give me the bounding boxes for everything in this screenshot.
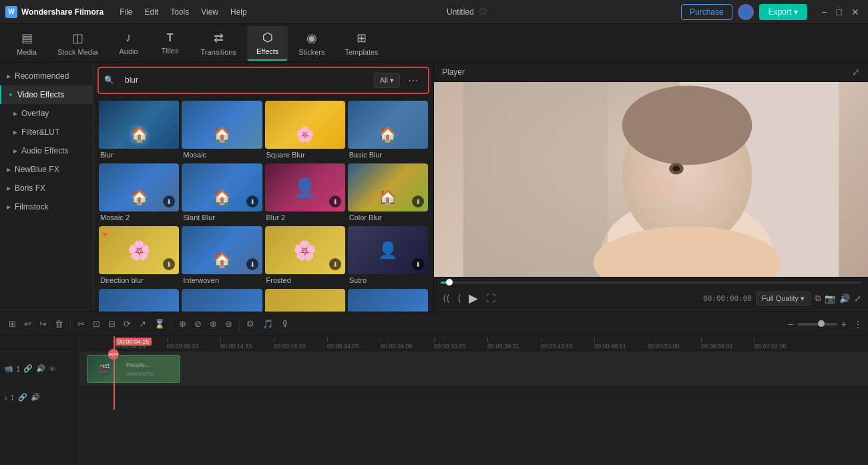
effect-label-squareblur: Square Blur (265, 149, 345, 161)
effects-grid-container: 🏠 Blur 🏠 Mosaic 🌸 Squa (93, 98, 433, 312)
menu-tools[interactable]: Tools (165, 5, 194, 19)
motion-track-button[interactable]: ⊘ (191, 317, 205, 331)
cut-button[interactable]: ✂ (74, 317, 88, 331)
effect-frosted[interactable]: 🌸 ⬇ Frosted (265, 226, 345, 286)
chroma-key-button[interactable]: ⊛ (206, 317, 220, 331)
sidebar-item-filmstock[interactable]: ▶ Filmstock (0, 197, 93, 216)
sidebar-item-newblue-fx[interactable]: ▶ NewBlue FX (0, 160, 93, 179)
sidebar-item-boris-fx[interactable]: ▶ Boris FX (0, 179, 93, 197)
ruler-header-space (0, 336, 79, 352)
effect-color-blur[interactable]: 🏠 ⬇ Color Blur (348, 163, 428, 223)
stickers-icon: ◉ (306, 31, 317, 45)
effect-more-2[interactable] (182, 289, 262, 312)
audio-track-button[interactable]: 🎵 (259, 317, 276, 331)
quality-button[interactable]: Full Quality ▾ (756, 292, 811, 306)
fullscreen-button[interactable]: ⛶ (484, 291, 497, 306)
download-badge: ⬇ (246, 195, 258, 207)
video-track-header: 📹 1 🔗 🔊 👁 (0, 352, 80, 386)
menu-help[interactable]: Help (225, 5, 252, 19)
zoom-slider[interactable] (797, 323, 837, 326)
timeline-layout-button[interactable]: ⊞ (5, 317, 19, 331)
effect-direction-blur[interactable]: 🌸 ♥ ⬇ Direction blur (99, 226, 179, 286)
player-image (434, 82, 868, 277)
track-mute-button[interactable]: 🔊 (35, 364, 46, 374)
nav-transitions[interactable]: ⇄ Transitions (192, 27, 246, 60)
effect-thumb-blur: 🏠 (99, 101, 179, 149)
nav-effects-label: Effects (256, 47, 278, 55)
export-button[interactable]: Export ▾ (759, 4, 808, 20)
screenshot-button[interactable]: 📷 (825, 294, 835, 304)
title-bar: W Wondershare Filmora File Edit Tools Vi… (0, 0, 868, 24)
menu-file[interactable]: File (114, 5, 138, 19)
track-hide-button[interactable]: 👁 (48, 364, 57, 374)
record-button[interactable]: 🎙 (278, 317, 293, 331)
adjustment-button[interactable]: ⚙ (243, 317, 258, 331)
sidebar-item-overlay[interactable]: ▶ Overlay (0, 104, 93, 123)
nav-titles[interactable]: T Titles (150, 28, 190, 59)
menu-view[interactable]: View (196, 5, 224, 19)
volume-button[interactable]: 🔊 (839, 294, 850, 304)
sidebar-item-filter-lut[interactable]: ▶ Filter&LUT (0, 123, 93, 141)
nav-stickers[interactable]: ◉ Stickers (289, 27, 334, 60)
video-clip[interactable]: 🎬 People... 0000:58792 (87, 355, 180, 383)
menu-edit[interactable]: Edit (139, 5, 164, 19)
delete-button[interactable]: 🗑 (51, 317, 67, 331)
duration-button[interactable]: ⌛ (151, 317, 168, 331)
redo-button[interactable]: ↪ (36, 317, 50, 331)
effect-interwoven[interactable]: 🏠 ⬇ Interwoven (182, 226, 262, 286)
player-expand-icon[interactable]: ⤢ (852, 67, 860, 77)
settings-button[interactable]: ⤢ (854, 294, 861, 304)
zoom-out-button[interactable]: − (788, 319, 793, 330)
crop-button[interactable]: ⊡ (89, 317, 103, 331)
more-timeline-button[interactable]: ⋮ (853, 319, 863, 330)
effect-more-3[interactable] (265, 289, 345, 312)
nav-templates[interactable]: ⊞ Templates (335, 27, 387, 60)
speed-button[interactable]: ↗ (136, 317, 150, 331)
filter-button[interactable]: All ▾ (374, 73, 400, 88)
audio-mute-button[interactable]: 🔊 (30, 392, 41, 402)
close-button[interactable]: ✕ (848, 5, 863, 19)
sidebar-item-audio-effects[interactable]: ▶ Audio Effects (0, 141, 93, 160)
pip-button[interactable]: ⧉ (815, 293, 821, 304)
track-link-button[interactable]: 🔗 (23, 364, 33, 374)
play-button[interactable]: ▶ (467, 289, 480, 308)
audio-link-button[interactable]: 🔗 (17, 392, 28, 402)
zoom-in-button[interactable]: + (841, 319, 847, 330)
svg-point-4 (622, 85, 752, 165)
sidebar-item-recommended[interactable]: ▶ Recommended (0, 67, 93, 85)
ruler-tick-4: 00:00:24:05 (327, 343, 359, 350)
effect-more-4[interactable] (348, 289, 428, 312)
skip-back-button[interactable]: ⟨⟨ (441, 291, 451, 306)
effect-mosaic-2[interactable]: 🏠 ⬇ Mosaic 2 (99, 163, 179, 223)
stabilize-button[interactable]: ⊚ (222, 317, 236, 331)
effect-sutro[interactable]: 👤 ⬇ Sutro (348, 226, 428, 286)
player-progress-thumb (446, 279, 453, 286)
topbar-right: Purchase 👤 Export ▾ − □ ✕ (681, 4, 863, 20)
step-back-button[interactable]: ⟨ (455, 291, 463, 306)
minimize-button[interactable]: − (818, 5, 830, 19)
download-badge: ⬇ (246, 258, 258, 270)
effect-blur[interactable]: 🏠 Blur (99, 101, 179, 161)
search-input[interactable] (118, 72, 370, 88)
maximize-button[interactable]: □ (833, 5, 845, 19)
undo-button[interactable]: ↩ (21, 317, 35, 331)
effect-more-1[interactable] (99, 289, 179, 312)
sidebar-item-video-effects[interactable]: ▼ Video Effects (0, 85, 93, 104)
effect-mosaic[interactable]: 🏠 Mosaic (182, 101, 262, 161)
player-progress-bar[interactable] (441, 282, 861, 284)
effect-square-blur[interactable]: 🌸 Square Blur (265, 101, 345, 161)
freeze-button[interactable]: ⊟ (105, 317, 119, 331)
effect-basic-blur[interactable]: 🏠 Basic Blur (348, 101, 428, 161)
nav-stock-media[interactable]: ◫ Stock Media (48, 27, 107, 60)
nav-effects[interactable]: ⬡ Effects (247, 26, 288, 61)
nav-media[interactable]: ▤ Media (7, 27, 47, 60)
ai-scene-button[interactable]: ⊕ (176, 317, 190, 331)
effect-slant-blur[interactable]: 🏠 ⬇ Slant Blur (182, 163, 262, 223)
info-icon: ⓘ (479, 7, 487, 17)
reverse-button[interactable]: ⟳ (120, 317, 134, 331)
more-options-button[interactable]: ⋯ (404, 73, 423, 88)
effect-thumb-mosaic: 🏠 (182, 101, 262, 149)
effect-blur-2[interactable]: 👤 ⬇ Blur 2 (265, 163, 345, 223)
purchase-button[interactable]: Purchase (681, 4, 732, 20)
nav-audio[interactable]: ♪ Audio (109, 27, 149, 59)
